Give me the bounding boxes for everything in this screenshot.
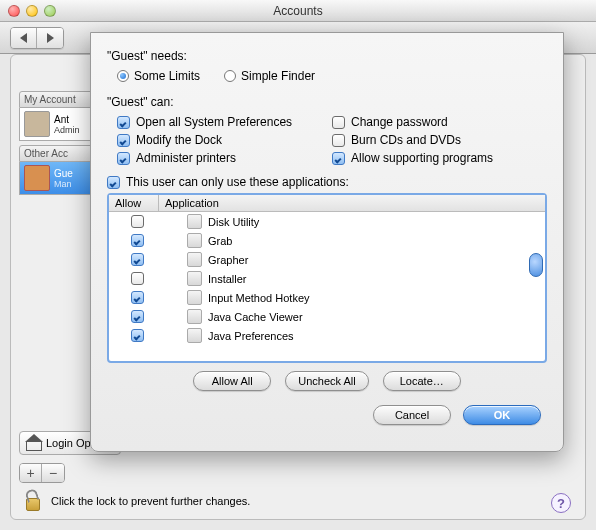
allow-checkbox[interactable] (131, 234, 144, 247)
uncheck-all-button[interactable]: Uncheck All (285, 371, 368, 391)
radio-some-limits[interactable]: Some Limits (117, 69, 200, 83)
radio-simple-finder[interactable]: Simple Finder (224, 69, 315, 83)
radio-label: Simple Finder (241, 69, 315, 83)
sidebar-section-header: My Account (19, 91, 99, 108)
checkbox-icon (117, 116, 130, 129)
nav-segment (10, 27, 64, 49)
app-name: Input Method Hotkey (208, 292, 310, 304)
account-row-selected[interactable]: Gue Man (19, 162, 99, 195)
titlebar: Accounts (0, 0, 596, 22)
applications-table: Allow Application Disk UtilityGrabGraphe… (107, 193, 547, 363)
app-name: Disk Utility (208, 216, 259, 228)
allow-checkbox[interactable] (131, 253, 144, 266)
avatar (24, 111, 50, 137)
needs-label: "Guest" needs: (107, 49, 547, 63)
checkbox-label: Open all System Preferences (136, 115, 292, 129)
checkbox-icon (332, 116, 345, 129)
table-row[interactable]: Grapher (109, 250, 545, 269)
back-button[interactable] (11, 28, 37, 48)
ok-button[interactable]: OK (463, 405, 541, 425)
checkbox-label: This user can only use these application… (126, 175, 349, 189)
app-icon (187, 214, 202, 229)
table-row[interactable]: Input Method Hotkey (109, 288, 545, 307)
scrollbar-thumb[interactable] (529, 253, 543, 277)
help-button[interactable]: ? (551, 493, 571, 513)
lock-row: Click the lock to prevent further change… (23, 491, 250, 511)
table-row[interactable]: Disk Utility (109, 212, 545, 231)
col-application[interactable]: Application (159, 195, 545, 211)
account-name: Ant (54, 114, 80, 125)
account-row[interactable]: Ant Admin (19, 108, 99, 141)
checkbox-label: Administer printers (136, 151, 236, 165)
capability-checkbox[interactable]: Modify the Dock (117, 133, 332, 147)
table-row[interactable]: Java Cache Viewer (109, 307, 545, 326)
checkbox-label: Burn CDs and DVDs (351, 133, 461, 147)
radio-label: Some Limits (134, 69, 200, 83)
capability-checkbox[interactable]: Burn CDs and DVDs (332, 133, 547, 147)
checkbox-icon (117, 152, 130, 165)
lock-icon[interactable] (23, 491, 43, 511)
app-icon (187, 233, 202, 248)
checkbox-label: Allow supporting programs (351, 151, 493, 165)
window-title: Accounts (0, 4, 596, 18)
allow-checkbox[interactable] (131, 329, 144, 342)
chevron-right-icon (47, 33, 54, 43)
limit-apps-checkbox[interactable]: This user can only use these application… (107, 175, 547, 189)
remove-account-button[interactable]: − (42, 464, 64, 482)
table-row[interactable]: Installer (109, 269, 545, 288)
add-account-button[interactable]: + (20, 464, 42, 482)
capability-checkbox[interactable]: Administer printers (117, 151, 332, 165)
checkbox-label: Modify the Dock (136, 133, 222, 147)
cancel-button[interactable]: Cancel (373, 405, 451, 425)
allow-checkbox[interactable] (131, 291, 144, 304)
app-icon (187, 290, 202, 305)
forward-button[interactable] (37, 28, 63, 48)
radio-icon (117, 70, 129, 82)
app-name: Grapher (208, 254, 248, 266)
avatar (24, 165, 50, 191)
radio-icon (224, 70, 236, 82)
table-header: Allow Application (109, 195, 545, 212)
chevron-left-icon (20, 33, 27, 43)
allow-checkbox[interactable] (131, 215, 144, 228)
checkbox-label: Change password (351, 115, 448, 129)
add-remove-segment: + − (19, 463, 65, 483)
col-allow[interactable]: Allow (109, 195, 159, 211)
table-row[interactable]: Java Preferences (109, 326, 545, 345)
parental-controls-sheet: "Guest" needs: Some Limits Simple Finder… (90, 32, 564, 452)
checkbox-icon (332, 134, 345, 147)
capability-checkbox[interactable]: Change password (332, 115, 547, 129)
capability-checkbox[interactable]: Allow supporting programs (332, 151, 547, 165)
account-role: Man (54, 179, 73, 189)
checkbox-icon (107, 176, 120, 189)
locate-button[interactable]: Locate… (383, 371, 461, 391)
app-name: Grab (208, 235, 232, 247)
checkbox-icon (332, 152, 345, 165)
allow-checkbox[interactable] (131, 310, 144, 323)
app-name: Java Preferences (208, 330, 294, 342)
app-icon (187, 309, 202, 324)
app-name: Installer (208, 273, 247, 285)
app-icon (187, 271, 202, 286)
app-name: Java Cache Viewer (208, 311, 303, 323)
table-row[interactable]: Grab (109, 231, 545, 250)
account-role: Admin (54, 125, 80, 135)
app-icon (187, 252, 202, 267)
can-label: "Guest" can: (107, 95, 547, 109)
accounts-sidebar: My Account Ant Admin Other Acc Gue Man (19, 91, 99, 195)
lock-text: Click the lock to prevent further change… (51, 495, 250, 507)
allow-checkbox[interactable] (131, 272, 144, 285)
sidebar-section-header: Other Acc (19, 145, 99, 162)
checkbox-icon (117, 134, 130, 147)
account-name: Gue (54, 168, 73, 179)
house-icon (26, 435, 42, 451)
allow-all-button[interactable]: Allow All (193, 371, 271, 391)
app-icon (187, 328, 202, 343)
capability-checkbox[interactable]: Open all System Preferences (117, 115, 332, 129)
